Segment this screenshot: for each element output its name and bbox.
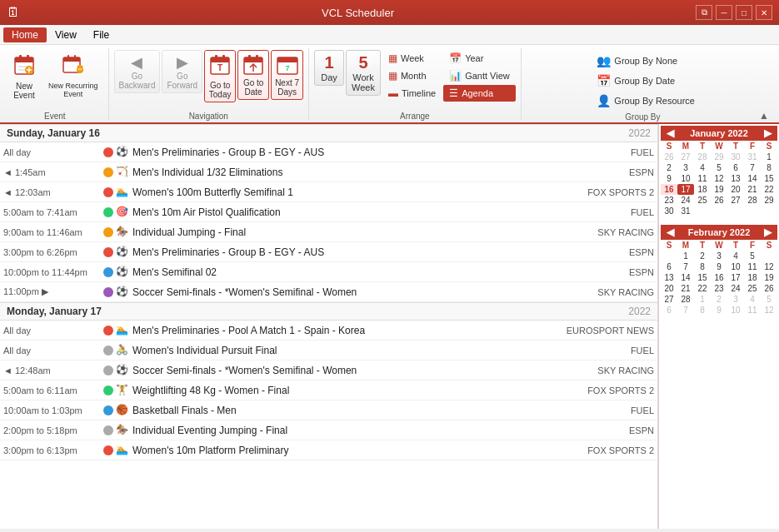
cal-day[interactable]: 4 [744, 294, 761, 305]
cal-day[interactable]: 13 [661, 272, 677, 283]
cal-day[interactable] [761, 251, 777, 261]
cal-day[interactable]: 29 [761, 195, 777, 206]
cal-day[interactable]: 19 [711, 184, 727, 195]
cal-day[interactable]: 30 [727, 152, 744, 162]
timeline-view-button[interactable]: ▬ Timeline [382, 85, 442, 102]
go-forward-button[interactable]: ▶ GoForward [162, 50, 202, 93]
cal-day[interactable] [761, 206, 777, 216]
cal-day[interactable]: 8 [761, 162, 777, 173]
event-row[interactable]: All day 🚴 Women's Individual Pursuit Fin… [0, 341, 657, 360]
cal-day[interactable]: 28 [744, 195, 761, 206]
cal-day[interactable] [711, 206, 727, 216]
cal-day[interactable]: 24 [727, 283, 744, 294]
cal-day[interactable]: 27 [727, 195, 744, 206]
cal-day[interactable]: 10 [677, 173, 694, 184]
new-event-button[interactable]: NewEvent [7, 50, 42, 103]
cal-day[interactable]: 3 [727, 294, 744, 305]
cal-day[interactable]: 14 [677, 272, 694, 283]
cal-day[interactable]: 3 [677, 162, 694, 173]
cal-day[interactable]: 3 [711, 251, 727, 261]
cal-day[interactable]: 21 [677, 283, 694, 294]
year-view-button[interactable]: 📅 Year [443, 50, 516, 67]
cal-day[interactable]: 30 [661, 206, 677, 216]
event-row[interactable]: All day 🏊 Men's Preliminaries - Pool A M… [0, 321, 657, 341]
next-7-days-button[interactable]: 7 Next 7Days [271, 50, 303, 100]
cal-day[interactable]: 9 [711, 261, 727, 272]
cal-day[interactable]: 5 [744, 251, 761, 261]
cal-day[interactable]: 9 [711, 305, 727, 316]
cal-day[interactable]: 28 [677, 294, 694, 305]
cal-day[interactable]: 18 [694, 184, 711, 195]
work-week-button[interactable]: 5 WorkWeek [346, 50, 381, 96]
new-recurring-event-button[interactable]: New RecurringEvent [43, 50, 103, 102]
cal-day[interactable]: 25 [694, 195, 711, 206]
go-to-date-button[interactable]: Go toDate [237, 50, 269, 100]
cal-day[interactable]: 17 [677, 184, 694, 195]
cal-day[interactable]: 13 [727, 173, 744, 184]
cal-day[interactable]: 5 [711, 162, 727, 173]
mini-cal-prev-feb[interactable]: ◀ [664, 226, 677, 238]
cal-day[interactable]: 11 [744, 261, 761, 272]
event-row[interactable]: 2:00pm to 5:18pm 🏇 Individual Eventing J… [0, 420, 657, 440]
cal-day[interactable]: 22 [694, 283, 711, 294]
cal-day[interactable]: 14 [744, 173, 761, 184]
cal-day[interactable]: 10 [727, 261, 744, 272]
event-row[interactable]: 5:00am to 7:41am 🎯 Men's 10m Air Pistol … [0, 202, 657, 222]
event-row[interactable]: 3:00pm to 6:26pm ⚽ Men's Preliminaries -… [0, 242, 657, 262]
mini-cal-next-feb[interactable]: ▶ [762, 226, 774, 238]
cal-day[interactable] [694, 206, 711, 216]
cal-day[interactable]: 10 [727, 305, 744, 316]
restore-button[interactable]: ⧉ [696, 5, 712, 20]
cal-day[interactable]: 12 [711, 173, 727, 184]
menu-home[interactable]: Home [3, 27, 47, 42]
event-row[interactable]: 10:00am to 1:03pm 🏀 Basketball Finals - … [0, 400, 657, 420]
event-row[interactable]: 9:00am to 11:46am 🏇 Individual Jumping -… [0, 222, 657, 242]
cal-day[interactable]: 24 [677, 195, 694, 206]
cal-day[interactable]: 21 [744, 184, 761, 195]
minimize-button[interactable]: ─ [716, 5, 732, 20]
cal-day[interactable]: 20 [661, 283, 677, 294]
cal-day[interactable]: 11 [694, 173, 711, 184]
cal-day[interactable]: 19 [761, 272, 777, 283]
group-resource-button[interactable]: 👤 Group By Resource [591, 92, 707, 110]
cal-day[interactable]: 15 [694, 272, 711, 283]
cal-day[interactable]: 11 [744, 305, 761, 316]
agenda-view-button[interactable]: ☰ Agenda [443, 85, 516, 102]
cal-day[interactable]: 26 [711, 195, 727, 206]
cal-day[interactable]: 9 [661, 173, 677, 184]
cal-day[interactable]: 15 [761, 173, 777, 184]
ribbon-collapse-icon[interactable]: ▲ [759, 110, 772, 122]
gantt-view-button[interactable]: 📊 Gantt View [443, 67, 516, 84]
cal-day[interactable] [727, 206, 744, 216]
cal-day[interactable]: 4 [694, 162, 711, 173]
cal-day[interactable]: 28 [694, 152, 711, 162]
cal-day[interactable]: 22 [761, 184, 777, 195]
cal-day[interactable]: 31 [677, 206, 694, 216]
cal-day[interactable]: 7 [744, 162, 761, 173]
cal-day[interactable]: 17 [727, 272, 744, 283]
event-row[interactable]: 10:00pm to 11:44pm ⚽ Men's Semifinal 02 … [0, 262, 657, 282]
cal-day[interactable]: 1 [694, 294, 711, 305]
cal-day[interactable]: 29 [711, 152, 727, 162]
menu-file[interactable]: File [85, 27, 117, 42]
cal-day[interactable]: 20 [727, 184, 744, 195]
cal-day[interactable]: 2 [694, 251, 711, 261]
cal-day[interactable]: 7 [677, 305, 694, 316]
cal-day[interactable]: 26 [661, 152, 677, 162]
cal-day[interactable]: 26 [761, 283, 777, 294]
cal-day[interactable]: 8 [694, 261, 711, 272]
cal-day[interactable]: 4 [727, 251, 744, 261]
week-view-button[interactable]: ▦ Week [382, 50, 442, 67]
group-none-button[interactable]: 👥 Group By None [591, 52, 707, 70]
event-row[interactable]: 11:00pm ▶ ⚽ Soccer Semi-finals - *Women'… [0, 282, 657, 302]
cal-day[interactable]: 18 [744, 272, 761, 283]
cal-day[interactable]: 5 [761, 294, 777, 305]
cal-day[interactable]: 8 [694, 305, 711, 316]
menu-view[interactable]: View [47, 27, 85, 42]
event-row[interactable]: ◄ 1:45am 🏹 Men's Individual 1/32 Elimina… [0, 162, 657, 182]
day-view-button[interactable]: 1 Day [314, 50, 344, 86]
event-row[interactable]: ◄ 12:03am 🏊 Women's 100m Butterfly Semif… [0, 182, 657, 202]
event-row[interactable]: ◄ 12:48am ⚽ Soccer Semi-finals - *Women'… [0, 360, 657, 380]
cal-day[interactable]: 2 [661, 162, 677, 173]
cal-day[interactable]: 6 [661, 261, 677, 272]
